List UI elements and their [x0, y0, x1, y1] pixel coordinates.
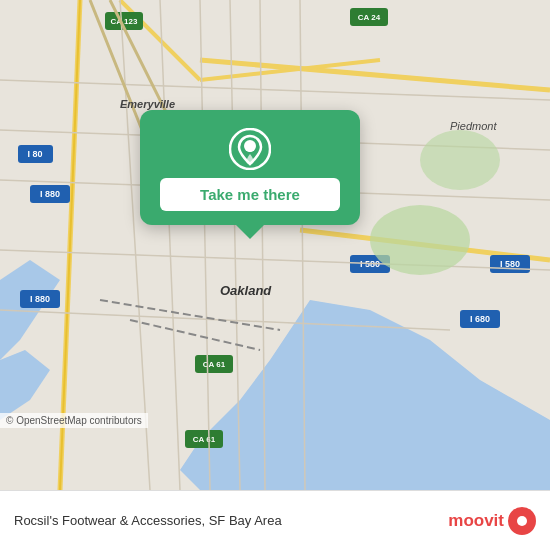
svg-text:Oakland: Oakland [220, 283, 272, 298]
copyright-text: © OpenStreetMap contributors [0, 413, 148, 428]
svg-text:CA 123: CA 123 [111, 17, 138, 26]
svg-text:CA 61: CA 61 [193, 435, 216, 444]
svg-point-48 [420, 130, 500, 190]
moovit-dot-inner [517, 516, 527, 526]
svg-text:I 580: I 580 [500, 259, 520, 269]
moovit-text: moovit [448, 511, 504, 531]
location-popup: Take me there [140, 110, 360, 225]
svg-text:Emeryville: Emeryville [120, 98, 175, 110]
svg-text:I 880: I 880 [40, 189, 60, 199]
moovit-dot-icon [508, 507, 536, 535]
svg-point-53 [245, 142, 255, 152]
bottom-bar: Rocsil's Footwear & Accessories, SF Bay … [0, 490, 550, 550]
moovit-logo: moovit [448, 507, 536, 535]
take-me-there-button[interactable]: Take me there [160, 178, 340, 211]
svg-point-47 [370, 205, 470, 275]
map-container: I 880 I 880 I 580 I 580 I 680 CA 61 CA 6… [0, 0, 550, 490]
svg-text:I 80: I 80 [27, 149, 42, 159]
svg-text:I 880: I 880 [30, 294, 50, 304]
svg-text:CA 24: CA 24 [358, 13, 381, 22]
location-pin-icon [229, 128, 271, 170]
svg-text:CA 61: CA 61 [203, 360, 226, 369]
location-title: Rocsil's Footwear & Accessories, SF Bay … [14, 513, 448, 528]
svg-text:I 680: I 680 [470, 314, 490, 324]
